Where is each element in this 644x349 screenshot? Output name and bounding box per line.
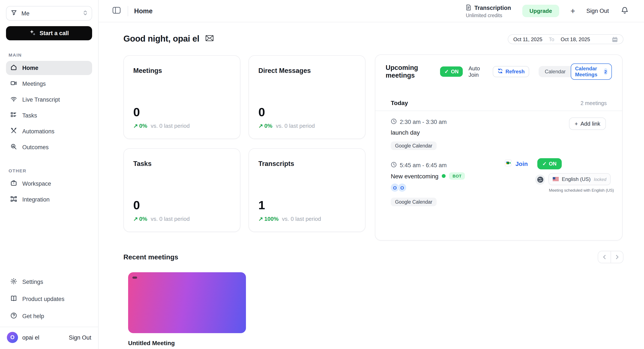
add-link-button[interactable]: + Add link bbox=[569, 118, 606, 130]
tab-count-badge: 2 bbox=[604, 68, 608, 75]
upcoming-title: Upcoming meetings bbox=[386, 64, 440, 79]
refresh-icon bbox=[497, 68, 503, 75]
sidebar-item-label: Settings bbox=[22, 279, 43, 285]
sidebar-item-label: Tasks bbox=[22, 112, 37, 119]
sidebar-item-workspace[interactable]: Workspace bbox=[6, 177, 92, 191]
sidebar-item-label: Product updates bbox=[22, 296, 64, 302]
filter-icon bbox=[11, 10, 17, 17]
gear-icon bbox=[10, 278, 17, 286]
stat-value: 0 bbox=[133, 198, 140, 212]
arrow-up-right-icon: ↗ bbox=[258, 216, 263, 222]
meeting-item-1: 2:30 am - 3:30 am launch day Google Cale… bbox=[391, 118, 607, 150]
plan-name: Transcription bbox=[474, 5, 511, 11]
date-range-picker[interactable]: Oct 11, 2025 To Oct 18, 2025 bbox=[508, 34, 624, 44]
arrow-up-right-icon: ↗ bbox=[133, 216, 138, 222]
recent-meetings-header: Recent meetings bbox=[124, 251, 624, 263]
sidebar-toggle-button[interactable] bbox=[112, 6, 122, 16]
start-call-button[interactable]: Start a call bbox=[6, 26, 92, 40]
sidebar-item-label: Home bbox=[22, 65, 38, 71]
upcoming-header: Upcoming meetings ✓ ON Auto Join Refresh bbox=[386, 64, 612, 80]
check-icon: ✓ bbox=[444, 69, 449, 75]
bell-icon bbox=[621, 7, 628, 16]
topbar-sign-out-button[interactable]: Sign Out bbox=[586, 8, 609, 14]
sidebar-item-label: Get help bbox=[22, 313, 44, 319]
plus-icon[interactable]: + bbox=[570, 7, 575, 15]
recent-meeting-title: Untitled Meeting bbox=[128, 339, 175, 346]
recent-meeting-thumbnail[interactable] bbox=[128, 272, 246, 333]
sidebar-item-tasks[interactable]: Tasks bbox=[6, 109, 92, 123]
sidebar-item-live-transcript[interactable]: Live Transcript bbox=[6, 93, 92, 107]
upcoming-controls: ✓ ON Auto Join Refresh Calendar Calendar… bbox=[440, 64, 612, 80]
profile-label: Me bbox=[22, 10, 30, 17]
home-icon bbox=[10, 64, 17, 72]
pagination bbox=[598, 251, 624, 263]
tab-calendar-meetings[interactable]: Calendar Meetings 2 bbox=[571, 64, 612, 80]
meeting-time: 5:45 am - 6:45 am bbox=[391, 162, 607, 169]
main: Good night, opai el Oct 11, 2025 To Oct … bbox=[98, 22, 644, 349]
sidebar-item-product-updates[interactable]: Product updates bbox=[6, 292, 92, 306]
calendar-tabs: Calendar Calendar Meetings 2 bbox=[539, 64, 612, 80]
integration-nodes-icon bbox=[10, 195, 17, 204]
content-area: Home Transcription Unlimited credits Upg… bbox=[98, 0, 644, 349]
stat-card-tasks: Tasks 0 ↗0% vs. 0 last period bbox=[124, 148, 240, 232]
sidebar-footer: Settings Product updates Get help O opai… bbox=[6, 275, 92, 344]
stat-value: 0 bbox=[258, 106, 265, 119]
sidebar-item-meetings[interactable]: Meetings bbox=[6, 77, 92, 91]
wifi-icon bbox=[10, 96, 17, 104]
sidebar-item-get-help[interactable]: Get help bbox=[6, 309, 92, 323]
refresh-button[interactable]: Refresh bbox=[492, 66, 529, 77]
panel-toggle-icon bbox=[112, 7, 121, 16]
tab-calendar[interactable]: Calendar bbox=[539, 66, 571, 77]
envelope-icon[interactable] bbox=[206, 35, 214, 43]
arrow-up-right-icon: ↗ bbox=[258, 123, 263, 129]
plus-icon: + bbox=[574, 121, 578, 127]
arrow-up-right-icon: ↗ bbox=[133, 123, 138, 129]
language-selector[interactable]: English (US) locked bbox=[548, 173, 610, 185]
sidebar-item-outcomes[interactable]: Outcomes bbox=[6, 140, 92, 154]
plan-info: Transcription Unlimited credits bbox=[466, 4, 511, 18]
language-label: English (US) bbox=[562, 176, 591, 182]
stat-title: Meetings bbox=[133, 67, 162, 75]
attendee-avatar: O bbox=[398, 183, 406, 192]
notifications-button[interactable] bbox=[620, 6, 630, 16]
date-start[interactable]: Oct 11, 2025 bbox=[513, 36, 542, 42]
auto-join-toggle[interactable]: ✓ ON bbox=[440, 67, 463, 77]
join-button[interactable]: Join bbox=[516, 160, 528, 167]
stat-delta: ↗0% vs. 0 last period bbox=[133, 123, 190, 129]
bot-badge: BOT bbox=[449, 172, 465, 180]
user-name: opai el bbox=[22, 334, 40, 341]
upgrade-button[interactable]: Upgrade bbox=[522, 5, 559, 17]
stats-grid: Meetings 0 ↗0% vs. 0 last period Direct … bbox=[124, 55, 366, 232]
stat-value: 1 bbox=[258, 198, 265, 212]
section-label-other: OTHER bbox=[8, 168, 90, 173]
sidebar-item-automations[interactable]: Automations bbox=[6, 124, 92, 139]
recent-meetings-title: Recent meetings bbox=[124, 253, 178, 261]
sidebar-item-home[interactable]: Home bbox=[6, 61, 92, 75]
check-icon: ✓ bbox=[542, 161, 547, 167]
language-controls: English (US) locked Meeting scheduled wi… bbox=[535, 173, 610, 192]
day-label: Today bbox=[391, 100, 408, 106]
meeting-title: launch day bbox=[391, 129, 607, 136]
language-note: Meeting scheduled with English (US) bbox=[549, 188, 610, 192]
sidebar-item-settings[interactable]: Settings bbox=[6, 275, 92, 289]
stat-card-direct-messages: Direct Messages 0 ↗0% vs. 0 last period bbox=[248, 55, 366, 139]
date-end[interactable]: Oct 18, 2025 bbox=[561, 36, 590, 42]
meeting-list: 2:30 am - 3:30 am launch day Google Cale… bbox=[391, 118, 607, 206]
avatar: O bbox=[7, 332, 18, 343]
calendar-icon bbox=[612, 36, 618, 42]
section-label-main: MAIN bbox=[8, 52, 90, 58]
clock-icon bbox=[391, 162, 397, 169]
bot-toggle[interactable]: ✓ ON bbox=[537, 158, 562, 169]
profile-selector[interactable]: Me bbox=[6, 6, 92, 21]
meeting-source-chip: Google Calendar bbox=[391, 142, 436, 150]
video-camera-icon bbox=[10, 80, 17, 88]
start-call-label: Start a call bbox=[40, 30, 69, 37]
sidebar-sign-out-button[interactable]: Sign Out bbox=[69, 334, 91, 341]
prev-page-button[interactable] bbox=[598, 251, 610, 263]
greeting: Good night, opai el bbox=[124, 34, 214, 44]
next-page-button[interactable] bbox=[610, 251, 623, 263]
meeting-source-chip: Google Calendar bbox=[391, 198, 436, 206]
sidebar-item-integration[interactable]: Integration bbox=[6, 192, 92, 207]
stat-delta: ↗0% vs. 0 last period bbox=[258, 123, 315, 129]
stat-card-transcripts: Transcripts 1 ↗100% vs. 0 last period bbox=[248, 148, 366, 232]
